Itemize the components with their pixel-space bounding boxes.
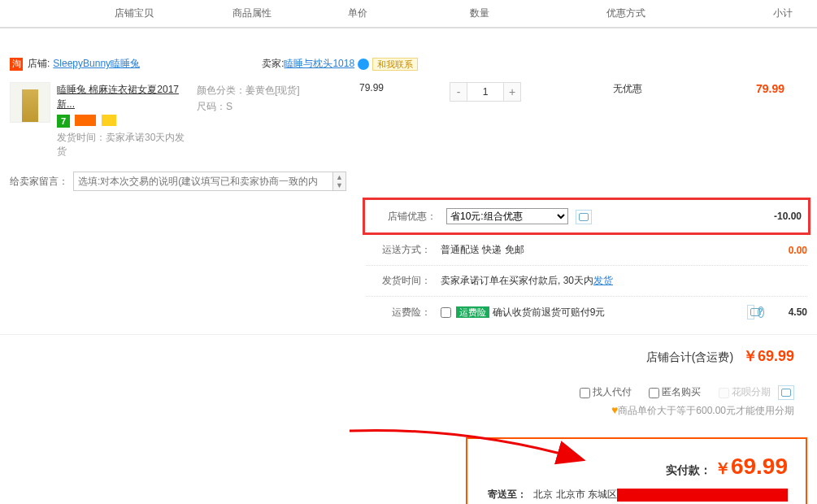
qty-decrease-button[interactable]: - xyxy=(450,82,467,102)
final-payment-box: 实付款： ￥ 69.99 寄送至： 北京 北京市 东城区 收货人： xyxy=(466,437,807,504)
qty-input[interactable] xyxy=(467,82,503,102)
pay-for-other-option[interactable]: 找人代付 xyxy=(580,386,632,398)
seven-day-return-icon: 7 xyxy=(57,115,70,128)
taobao-icon: 淘 xyxy=(10,58,23,71)
product-attributes: 颜色分类：姜黄色[现货] 尺码：S xyxy=(197,82,327,159)
service-badge-icon xyxy=(75,115,96,126)
wangwang-icon[interactable] xyxy=(358,59,369,70)
chat-icon[interactable] xyxy=(747,305,754,319)
seller-label: 卖家: xyxy=(262,57,284,71)
store-promo-label: 店铺优惠： xyxy=(372,210,437,224)
store-promo-amount: -10.00 xyxy=(737,211,802,222)
message-label: 给卖家留言： xyxy=(10,175,68,189)
yen-symbol: ￥ xyxy=(715,458,731,480)
attr-color-value: 姜黄色[现货] xyxy=(246,85,300,96)
insurance-tag: 运费险 xyxy=(456,306,489,318)
store-total-label: 店铺合计(含运费) xyxy=(646,350,733,363)
insurance-checkbox[interactable] xyxy=(441,307,451,318)
column-headers: 店铺宝贝 商品属性 单价 数量 优惠方式 小计 xyxy=(0,0,817,28)
chat-icon[interactable] xyxy=(778,385,794,400)
payment-badge-icon xyxy=(102,115,116,126)
item-ship-note: 发货时间：卖家承诺30天内发货 xyxy=(57,131,190,159)
huabei-option: 花呗分期 xyxy=(719,386,771,398)
cart-item-row: 瞌睡兔 棉麻连衣裙女夏2017新... 7 发货时间：卖家承诺30天内发货 颜色… xyxy=(0,79,817,162)
huabei-hint: ♥商品单价大于等于600.00元才能使用分期 xyxy=(23,403,794,418)
order-options: 找人代付 匿名购买 花呗分期 ♥商品单价大于等于600.00元才能使用分期 xyxy=(0,377,817,426)
quantity-stepper: - + xyxy=(416,82,554,159)
attr-size-label: 尺码： xyxy=(197,101,226,112)
seller-link[interactable]: 瞌睡与枕头1018 xyxy=(284,57,354,71)
header-qty: 数量 xyxy=(415,7,545,20)
store-total-amount: ￥69.99 xyxy=(743,348,794,364)
insurance-amount: 4.50 xyxy=(789,306,807,318)
attr-size-value: S xyxy=(226,101,232,112)
shop-bar: 淘 店铺: SleepyBunny瞌睡兔 卖家: 瞌睡与枕头1018 和我联系 xyxy=(0,49,817,79)
ship-time-value: 卖家承诺订单在买家付款后, 30天内发货 xyxy=(441,274,742,288)
ship-time-label: 发货时间： xyxy=(366,274,431,288)
anonymous-checkbox[interactable] xyxy=(649,388,659,398)
qty-increase-button[interactable]: + xyxy=(503,82,521,102)
ship-to-address: 北京 北京市 东城区 xyxy=(533,488,617,502)
ship-time-link[interactable]: 发货 xyxy=(593,275,613,286)
anonymous-option[interactable]: 匿名购买 xyxy=(649,386,701,398)
message-spinner-button[interactable]: ▲▼ xyxy=(333,172,346,191)
store-total-row: 店铺合计(含运费) ￥69.99 xyxy=(0,334,817,377)
final-amount: 69.99 xyxy=(731,454,788,480)
header-item: 店铺宝贝 xyxy=(0,7,203,20)
final-pay-label: 实付款： xyxy=(666,463,711,478)
header-price: 单价 xyxy=(301,7,415,20)
huabei-checkbox xyxy=(719,388,729,398)
chat-icon[interactable] xyxy=(576,210,592,224)
store-promo-highlight: 店铺优惠： 省10元:组合优惠 -10.00 xyxy=(363,198,810,235)
insurance-content: 运费险 确认收货前退货可赔付9元 xyxy=(441,306,742,319)
shop-name-link[interactable]: SleepyBunny瞌睡兔 xyxy=(53,57,140,71)
seller-message-row: 给卖家留言： ▲▼ xyxy=(0,162,817,201)
insurance-text: 确认收货前退货可赔付9元 xyxy=(493,306,606,318)
item-subtotal: 79.99 xyxy=(701,82,807,159)
shop-label: 店铺: xyxy=(28,57,50,71)
attr-color-label: 颜色分类： xyxy=(197,85,246,96)
shipping-method-label: 运送方式： xyxy=(366,243,431,257)
pay-for-other-checkbox[interactable] xyxy=(580,388,590,398)
shipping-amount: 0.00 xyxy=(742,245,807,256)
product-thumbnail[interactable] xyxy=(10,82,50,123)
store-promo-select[interactable]: 省10元:组合优惠 xyxy=(446,208,568,224)
address-redacted xyxy=(617,489,788,502)
order-details: 店铺优惠： 省10元:组合优惠 -10.00 运送方式： 普通配送 快递 免邮 … xyxy=(366,198,807,328)
ship-time-text: 卖家承诺订单在买家付款后, 30天内 xyxy=(441,275,593,286)
contact-seller-button[interactable]: 和我联系 xyxy=(372,58,418,71)
shipping-method-value: 普通配送 快递 免邮 xyxy=(441,243,742,257)
product-title-link[interactable]: 瞌睡兔 棉麻连衣裙女夏2017新... xyxy=(57,84,179,110)
ship-to-label: 寄送至： xyxy=(488,488,527,502)
header-attrs: 商品属性 xyxy=(203,7,301,20)
item-promo: 无优惠 xyxy=(554,82,701,159)
header-subtotal: 小计 xyxy=(707,7,817,20)
service-badges: 7 xyxy=(57,115,190,128)
seller-message-input[interactable] xyxy=(73,172,333,191)
insurance-label: 运费险： xyxy=(366,306,431,319)
header-promo: 优惠方式 xyxy=(545,7,707,20)
unit-price: 79.99 xyxy=(327,82,416,159)
